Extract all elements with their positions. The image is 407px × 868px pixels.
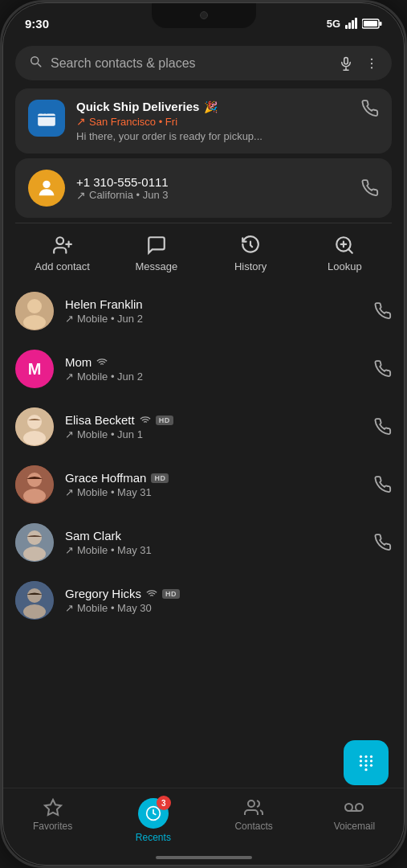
sam-info: Sam Clark ↗ Mobile • May 31 xyxy=(65,529,363,556)
helen-call-icon[interactable] xyxy=(374,302,392,320)
helen-sub: ↗ Mobile • Jun 2 xyxy=(65,313,363,325)
svg-point-39 xyxy=(370,764,372,767)
screen: 9:30 5G xyxy=(2,2,405,866)
quick-ship-name: Quick Ship Deliveries xyxy=(76,100,199,113)
svg-point-19 xyxy=(23,431,46,445)
bottom-nav: Favorites 3 Recents xyxy=(2,788,405,866)
svg-point-44 xyxy=(345,804,352,811)
message-button[interactable]: Message xyxy=(128,235,185,272)
elisa-hd-badge: HD xyxy=(156,416,173,425)
elisa-call-icon[interactable] xyxy=(374,418,392,436)
search-bar[interactable]: Search contacts & places xyxy=(15,46,392,80)
contact-item-elisa[interactable]: Elisa Beckett HD ↗ Mobile • Jun 1 xyxy=(2,398,405,456)
message-label: Message xyxy=(136,260,178,272)
nav-favorites[interactable]: Favorites xyxy=(29,798,77,843)
status-time: 9:30 xyxy=(25,17,49,31)
svg-point-28 xyxy=(27,588,42,603)
elisa-sub: ↗ Mobile • Jun 1 xyxy=(65,428,363,440)
history-label: History xyxy=(234,260,267,272)
nav-voicemail[interactable]: Voicemail xyxy=(330,798,378,843)
history-button[interactable]: History xyxy=(222,235,279,272)
lookup-button[interactable]: Lookup xyxy=(316,235,372,272)
grace-sub: ↗ Mobile • May 31 xyxy=(65,486,363,498)
quick-ship-avatar xyxy=(28,100,65,137)
quick-ship-message: Hi there, your order is ready for pickup… xyxy=(76,130,344,142)
grace-avatar xyxy=(15,465,54,504)
svg-point-26 xyxy=(23,547,46,561)
add-contact-button[interactable]: Add contact xyxy=(35,235,91,272)
svg-point-36 xyxy=(370,760,372,762)
svg-point-37 xyxy=(360,764,362,767)
gregory-avatar xyxy=(15,581,54,620)
recents-badge: 3 xyxy=(157,796,171,810)
camera xyxy=(200,11,208,19)
grace-hd-badge: HD xyxy=(151,473,169,483)
phone-number: +1 310-555-0111 xyxy=(76,175,350,189)
gregory-sub: ↗ Mobile • May 30 xyxy=(65,602,392,614)
divider xyxy=(15,223,392,223)
grace-name: Grace Hoffman xyxy=(65,471,146,485)
mom-info: Mom ↗ Mobile • Jun 2 xyxy=(65,355,363,383)
svg-point-29 xyxy=(23,604,46,619)
sam-sub: ↗ Mobile • May 31 xyxy=(65,544,363,556)
quick-ship-card[interactable]: Quick Ship Deliveries 🎉 ↗ San Francisco … xyxy=(15,88,392,154)
svg-point-34 xyxy=(360,760,362,762)
search-right-icons xyxy=(339,56,379,71)
call-icon[interactable] xyxy=(361,100,379,117)
grace-info: Grace Hoffman HD ↗ Mobile • May 31 xyxy=(65,471,363,498)
unknown-sub: ↗ California • Jun 3 xyxy=(76,189,350,202)
svg-point-23 xyxy=(23,489,46,503)
svg-point-8 xyxy=(43,181,50,188)
phone-frame: 9:30 5G xyxy=(0,0,407,868)
nav-recents[interactable]: 3 Recents xyxy=(129,798,177,843)
voicemail-icon xyxy=(344,798,364,817)
wifi-icon xyxy=(96,357,108,368)
keypad-fab[interactable] xyxy=(344,740,389,785)
gregory-name: Gregory Hicks xyxy=(65,587,141,600)
elisa-info: Elisa Beckett HD ↗ Mobile • Jun 1 xyxy=(65,413,363,440)
mom-sub: ↗ Mobile • Jun 2 xyxy=(65,371,363,383)
favorites-icon xyxy=(43,798,63,817)
svg-rect-2 xyxy=(364,21,377,27)
mom-name: Mom xyxy=(65,355,92,369)
microphone-icon[interactable] xyxy=(339,56,353,71)
contact-item-mom[interactable]: M Mom ↗ Mobile • Jun 2 xyxy=(2,340,405,398)
mom-call-icon[interactable] xyxy=(374,360,392,378)
network-type: 5G xyxy=(327,18,340,30)
svg-point-22 xyxy=(27,473,42,487)
svg-point-15 xyxy=(23,315,46,330)
quick-ship-location: ↗ San Francisco • Fri xyxy=(76,115,344,128)
svg-rect-3 xyxy=(344,57,348,63)
contacts-label: Contacts xyxy=(234,821,272,832)
svg-point-4 xyxy=(371,58,372,59)
nav-contacts[interactable]: Contacts xyxy=(230,798,278,843)
svg-point-18 xyxy=(27,415,42,429)
contact-item-grace[interactable]: Grace Hoffman HD ↗ Mobile • May 31 xyxy=(2,456,405,514)
more-options-icon[interactable] xyxy=(364,56,379,71)
svg-point-32 xyxy=(364,755,367,758)
contact-item-sam[interactable]: Sam Clark ↗ Mobile • May 31 xyxy=(2,514,405,571)
add-contact-icon xyxy=(52,235,73,256)
helen-name: Helen Franklin xyxy=(65,297,143,311)
unknown-number-card[interactable]: +1 310-555-0111 ↗ California • Jun 3 xyxy=(15,158,392,218)
search-icon xyxy=(28,54,43,72)
grace-call-icon[interactable] xyxy=(374,476,392,493)
helen-avatar xyxy=(15,292,54,330)
home-indicator xyxy=(156,856,252,859)
gregory-info: Gregory Hicks HD ↗ Mobile • May 30 xyxy=(65,587,392,614)
lookup-icon xyxy=(334,235,355,256)
recents-icon-wrapper: 3 xyxy=(138,798,169,829)
unknown-avatar xyxy=(28,170,65,207)
contact-item-gregory[interactable]: Gregory Hicks HD ↗ Mobile • May 30 xyxy=(2,571,405,629)
sam-call-icon[interactable] xyxy=(374,534,392,551)
unknown-content: +1 310-555-0111 ↗ California • Jun 3 xyxy=(76,175,350,202)
svg-point-43 xyxy=(248,800,254,807)
call-icon[interactable] xyxy=(361,179,379,197)
voicemail-label: Voicemail xyxy=(334,821,375,832)
contact-item-helen[interactable]: Helen Franklin ↗ Mobile • Jun 2 xyxy=(2,282,405,340)
gregory-hd-badge: HD xyxy=(162,589,180,599)
svg-marker-41 xyxy=(45,800,61,815)
message-icon xyxy=(146,235,167,256)
svg-point-25 xyxy=(27,530,42,545)
search-placeholder: Search contacts & places xyxy=(51,56,331,71)
